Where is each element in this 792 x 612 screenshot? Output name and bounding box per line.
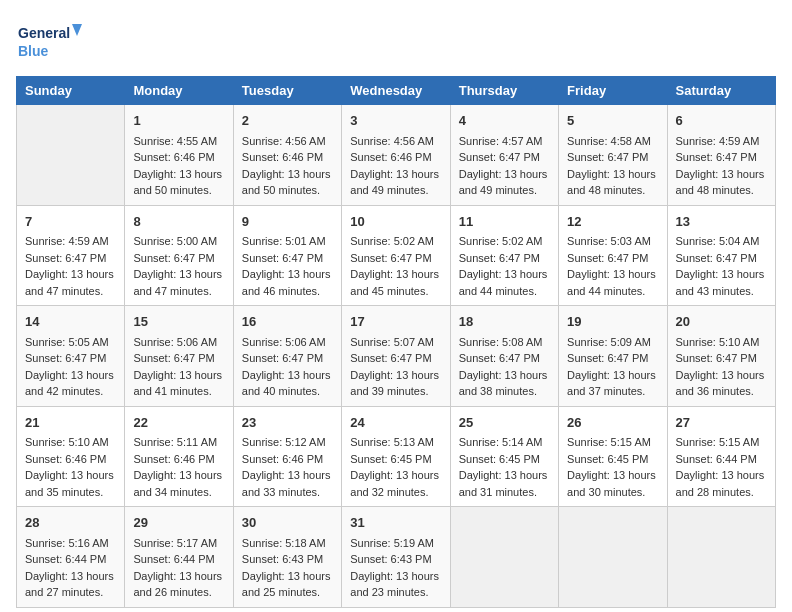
daylight-text: Daylight: 13 hours and 40 minutes. xyxy=(242,367,333,400)
day-number: 12 xyxy=(567,212,658,232)
sunset-text: Sunset: 6:46 PM xyxy=(133,451,224,468)
calendar-cell: 20Sunrise: 5:10 AMSunset: 6:47 PMDayligh… xyxy=(667,306,775,407)
daylight-text: Daylight: 13 hours and 38 minutes. xyxy=(459,367,550,400)
daylight-text: Daylight: 13 hours and 47 minutes. xyxy=(133,266,224,299)
sunrise-text: Sunrise: 5:17 AM xyxy=(133,535,224,552)
calendar-cell: 31Sunrise: 5:19 AMSunset: 6:43 PMDayligh… xyxy=(342,507,450,608)
sunrise-text: Sunrise: 4:59 AM xyxy=(25,233,116,250)
sunset-text: Sunset: 6:47 PM xyxy=(676,149,767,166)
calendar-cell: 2Sunrise: 4:56 AMSunset: 6:46 PMDaylight… xyxy=(233,105,341,206)
daylight-text: Daylight: 13 hours and 35 minutes. xyxy=(25,467,116,500)
sunrise-text: Sunrise: 5:12 AM xyxy=(242,434,333,451)
sunrise-text: Sunrise: 5:15 AM xyxy=(676,434,767,451)
day-header-tuesday: Tuesday xyxy=(233,77,341,105)
daylight-text: Daylight: 13 hours and 36 minutes. xyxy=(676,367,767,400)
sunrise-text: Sunrise: 4:58 AM xyxy=(567,133,658,150)
day-number: 20 xyxy=(676,312,767,332)
sunrise-text: Sunrise: 4:56 AM xyxy=(242,133,333,150)
sunset-text: Sunset: 6:47 PM xyxy=(242,250,333,267)
calendar-cell: 19Sunrise: 5:09 AMSunset: 6:47 PMDayligh… xyxy=(559,306,667,407)
day-number: 27 xyxy=(676,413,767,433)
calendar-cell: 1Sunrise: 4:55 AMSunset: 6:46 PMDaylight… xyxy=(125,105,233,206)
daylight-text: Daylight: 13 hours and 28 minutes. xyxy=(676,467,767,500)
sunrise-text: Sunrise: 5:05 AM xyxy=(25,334,116,351)
calendar-cell: 16Sunrise: 5:06 AMSunset: 6:47 PMDayligh… xyxy=(233,306,341,407)
sunrise-text: Sunrise: 5:00 AM xyxy=(133,233,224,250)
calendar-cell: 30Sunrise: 5:18 AMSunset: 6:43 PMDayligh… xyxy=(233,507,341,608)
sunrise-text: Sunrise: 5:02 AM xyxy=(459,233,550,250)
sunrise-text: Sunrise: 4:57 AM xyxy=(459,133,550,150)
daylight-text: Daylight: 13 hours and 48 minutes. xyxy=(567,166,658,199)
daylight-text: Daylight: 13 hours and 34 minutes. xyxy=(133,467,224,500)
sunset-text: Sunset: 6:47 PM xyxy=(676,250,767,267)
daylight-text: Daylight: 13 hours and 41 minutes. xyxy=(133,367,224,400)
daylight-text: Daylight: 13 hours and 50 minutes. xyxy=(133,166,224,199)
week-row-5: 28Sunrise: 5:16 AMSunset: 6:44 PMDayligh… xyxy=(17,507,776,608)
svg-marker-2 xyxy=(72,24,82,36)
calendar-cell: 21Sunrise: 5:10 AMSunset: 6:46 PMDayligh… xyxy=(17,406,125,507)
sunset-text: Sunset: 6:47 PM xyxy=(567,250,658,267)
daylight-text: Daylight: 13 hours and 25 minutes. xyxy=(242,568,333,601)
sunrise-text: Sunrise: 5:06 AM xyxy=(242,334,333,351)
sunset-text: Sunset: 6:46 PM xyxy=(242,451,333,468)
calendar-cell: 11Sunrise: 5:02 AMSunset: 6:47 PMDayligh… xyxy=(450,205,558,306)
sunset-text: Sunset: 6:47 PM xyxy=(133,350,224,367)
sunset-text: Sunset: 6:45 PM xyxy=(350,451,441,468)
sunrise-text: Sunrise: 5:02 AM xyxy=(350,233,441,250)
daylight-text: Daylight: 13 hours and 42 minutes. xyxy=(25,367,116,400)
calendar-cell: 18Sunrise: 5:08 AMSunset: 6:47 PMDayligh… xyxy=(450,306,558,407)
day-header-saturday: Saturday xyxy=(667,77,775,105)
day-number: 26 xyxy=(567,413,658,433)
day-number: 23 xyxy=(242,413,333,433)
calendar-cell: 23Sunrise: 5:12 AMSunset: 6:46 PMDayligh… xyxy=(233,406,341,507)
week-row-4: 21Sunrise: 5:10 AMSunset: 6:46 PMDayligh… xyxy=(17,406,776,507)
calendar-cell: 12Sunrise: 5:03 AMSunset: 6:47 PMDayligh… xyxy=(559,205,667,306)
day-number: 17 xyxy=(350,312,441,332)
day-number: 4 xyxy=(459,111,550,131)
sunrise-text: Sunrise: 5:19 AM xyxy=(350,535,441,552)
day-number: 5 xyxy=(567,111,658,131)
sunrise-text: Sunrise: 5:10 AM xyxy=(676,334,767,351)
calendar-cell: 29Sunrise: 5:17 AMSunset: 6:44 PMDayligh… xyxy=(125,507,233,608)
calendar-cell: 26Sunrise: 5:15 AMSunset: 6:45 PMDayligh… xyxy=(559,406,667,507)
calendar-cell: 25Sunrise: 5:14 AMSunset: 6:45 PMDayligh… xyxy=(450,406,558,507)
sunrise-text: Sunrise: 5:13 AM xyxy=(350,434,441,451)
sunset-text: Sunset: 6:47 PM xyxy=(567,350,658,367)
sunset-text: Sunset: 6:46 PM xyxy=(350,149,441,166)
day-header-thursday: Thursday xyxy=(450,77,558,105)
calendar-cell: 27Sunrise: 5:15 AMSunset: 6:44 PMDayligh… xyxy=(667,406,775,507)
sunrise-text: Sunrise: 4:59 AM xyxy=(676,133,767,150)
calendar-cell xyxy=(559,507,667,608)
sunrise-text: Sunrise: 5:15 AM xyxy=(567,434,658,451)
logo: General Blue xyxy=(16,16,86,66)
daylight-text: Daylight: 13 hours and 50 minutes. xyxy=(242,166,333,199)
sunrise-text: Sunrise: 5:09 AM xyxy=(567,334,658,351)
daylight-text: Daylight: 13 hours and 44 minutes. xyxy=(459,266,550,299)
sunset-text: Sunset: 6:45 PM xyxy=(459,451,550,468)
daylight-text: Daylight: 13 hours and 49 minutes. xyxy=(350,166,441,199)
sunset-text: Sunset: 6:44 PM xyxy=(25,551,116,568)
sunrise-text: Sunrise: 4:55 AM xyxy=(133,133,224,150)
sunset-text: Sunset: 6:45 PM xyxy=(567,451,658,468)
week-row-3: 14Sunrise: 5:05 AMSunset: 6:47 PMDayligh… xyxy=(17,306,776,407)
sunset-text: Sunset: 6:47 PM xyxy=(459,250,550,267)
sunset-text: Sunset: 6:47 PM xyxy=(133,250,224,267)
calendar-cell: 3Sunrise: 4:56 AMSunset: 6:46 PMDaylight… xyxy=(342,105,450,206)
day-number: 21 xyxy=(25,413,116,433)
calendar-cell xyxy=(450,507,558,608)
sunset-text: Sunset: 6:47 PM xyxy=(25,350,116,367)
calendar-cell: 24Sunrise: 5:13 AMSunset: 6:45 PMDayligh… xyxy=(342,406,450,507)
daylight-text: Daylight: 13 hours and 44 minutes. xyxy=(567,266,658,299)
day-number: 15 xyxy=(133,312,224,332)
calendar-cell: 22Sunrise: 5:11 AMSunset: 6:46 PMDayligh… xyxy=(125,406,233,507)
sunrise-text: Sunrise: 5:07 AM xyxy=(350,334,441,351)
svg-text:Blue: Blue xyxy=(18,43,49,59)
day-number: 18 xyxy=(459,312,550,332)
calendar-cell: 14Sunrise: 5:05 AMSunset: 6:47 PMDayligh… xyxy=(17,306,125,407)
calendar-cell: 17Sunrise: 5:07 AMSunset: 6:47 PMDayligh… xyxy=(342,306,450,407)
daylight-text: Daylight: 13 hours and 45 minutes. xyxy=(350,266,441,299)
sunrise-text: Sunrise: 5:10 AM xyxy=(25,434,116,451)
sunset-text: Sunset: 6:47 PM xyxy=(25,250,116,267)
svg-text:General: General xyxy=(18,25,70,41)
daylight-text: Daylight: 13 hours and 31 minutes. xyxy=(459,467,550,500)
